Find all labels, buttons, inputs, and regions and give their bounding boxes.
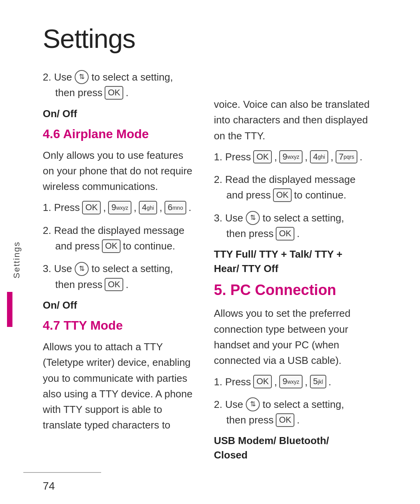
section-4-7-heading: 4.7 TTY Mode — [43, 318, 194, 333]
ok-key-r2: OK — [273, 188, 292, 202]
page-title: Settings — [0, 23, 420, 54]
key-9wxyz-pc1: 9wxyz — [279, 375, 302, 388]
step3-bold-option: On/ Off — [43, 299, 194, 311]
ok-key-r3: OK — [276, 227, 294, 241]
right-step1-prefix: 1. Press — [214, 149, 251, 165]
right-body-cont: voice. Voice can also be translated into… — [214, 97, 373, 144]
right-step2: 2. Read the displayed message and press … — [214, 172, 373, 203]
intro-step2-text: 2. Use — [43, 69, 72, 85]
pc-bold-option1: USB Modem/ Bluetooth/ — [214, 435, 373, 447]
right-step3-bold: TTY Full/ TTY + Talk/ TTY + — [214, 248, 373, 260]
ok-key-pc1: OK — [253, 375, 272, 388]
left-step2-text: 2. Read the displayed message — [43, 223, 184, 238]
intro-step2-cont: then press — [55, 85, 102, 100]
sidebar-label: Settings — [12, 241, 22, 279]
left-step2: 2. Read the displayed message and press … — [43, 223, 194, 254]
key-5jkl-pc1: 5jkl — [310, 375, 326, 388]
right-column: voice. Voice can also be translated into… — [206, 69, 397, 468]
intro-bold-option: On/ Off — [43, 108, 194, 120]
left-column: 2. Use ⇅ to select a setting, then press… — [0, 69, 206, 468]
ok-key-pc2: OK — [276, 413, 294, 427]
ok-key-2: OK — [102, 239, 121, 253]
key-9wxyz-1: 9wxyz — [108, 201, 131, 214]
pc-bold-option2: Closed — [214, 449, 373, 461]
ok-key-1: OK — [82, 201, 101, 214]
left-step2-cont: and press — [55, 238, 100, 254]
intro-step2: 2. Use ⇅ to select a setting, then press… — [43, 69, 194, 101]
pc-step1: 1. Press OK , 9wxyz , 5jkl . — [214, 374, 373, 390]
left-step1: 1. Press OK , 9wxyz , 4ghi , 6mno . — [43, 200, 194, 215]
key-4ghi-r1: 4ghi — [310, 150, 328, 164]
right-step2-text: 2. Read the displayed message — [214, 172, 355, 187]
intro-step2-mid: to select a setting, — [91, 69, 173, 85]
sidebar-bar — [7, 292, 12, 327]
pc-step2-cont: then press — [226, 412, 273, 428]
nav-icon-1: ⇅ — [75, 70, 89, 84]
content-area: 2. Use ⇅ to select a setting, then press… — [0, 69, 420, 468]
nav-icon-r3: ⇅ — [246, 211, 260, 225]
right-step1: 1. Press OK , 9wxyz , 4ghi , 7pqrs . — [214, 149, 373, 165]
right-step3-cont: then press — [226, 226, 273, 241]
right-step2-cont: and press — [226, 187, 271, 203]
left-step3-cont: then press — [55, 277, 102, 292]
left-step3-mid: to select a setting, — [91, 261, 173, 276]
ok-key-r1: OK — [253, 150, 272, 164]
section-4-7-body: Allows you to attach a TTY (Teletype wri… — [43, 339, 194, 433]
key-6mno-1: 6mno — [164, 201, 186, 214]
section-4-6-body: Only allows you to use features on your … — [43, 148, 194, 195]
pc-step2-mid: to select a setting, — [262, 397, 344, 412]
left-step3-prefix: 3. Use — [43, 261, 72, 276]
key-7pqrs-r1: 7pqrs — [336, 150, 357, 164]
right-step2-suffix: to continue. — [294, 187, 346, 203]
ok-key-3: OK — [105, 278, 123, 292]
ok-key-intro: OK — [105, 86, 123, 100]
nav-icon-2: ⇅ — [75, 262, 89, 276]
page-number: 74 — [43, 480, 55, 492]
pc-step2-prefix: 2. Use — [214, 397, 243, 412]
key-4ghi-1: 4ghi — [139, 201, 157, 214]
page-container: Settings 2. Use ⇅ to select a setting, t… — [0, 0, 420, 504]
right-step3-bold2: Hear/ TTY Off — [214, 263, 373, 275]
bottom-divider — [23, 472, 101, 473]
pc-step2: 2. Use ⇅ to select a setting, then press… — [214, 397, 373, 428]
section-5-heading: 5. PC Connection — [214, 282, 373, 299]
left-step3: 3. Use ⇅ to select a setting, then press… — [43, 261, 194, 292]
right-step3-mid: to select a setting, — [262, 210, 344, 226]
section-5-body: Allows you to set the preferred connecti… — [214, 306, 373, 368]
left-step1-prefix: 1. Press — [43, 200, 80, 215]
key-9wxyz-r1: 9wxyz — [279, 150, 302, 164]
right-step3-prefix: 3. Use — [214, 210, 243, 226]
nav-icon-pc2: ⇅ — [246, 397, 260, 411]
left-step2-suffix: to continue. — [123, 238, 175, 254]
section-4-6-heading: 4.6 Airplane Mode — [43, 127, 194, 141]
right-step3: 3. Use ⇅ to select a setting, then press… — [214, 210, 373, 242]
pc-step1-prefix: 1. Press — [214, 374, 251, 390]
